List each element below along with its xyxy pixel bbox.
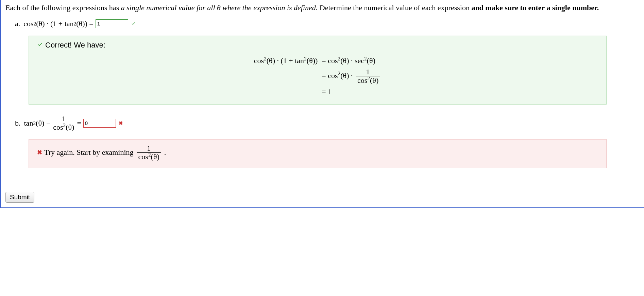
part-a-answer-input[interactable] [96, 19, 128, 28]
fraction: 1 cos2(θ) [356, 68, 380, 85]
feedback-header: Correct! We have: [36, 41, 599, 50]
cross-icon: ✖ [37, 149, 42, 156]
question-container: Each of the following expressions has a … [0, 0, 644, 208]
expr-text: cos [23, 19, 33, 28]
expr-text: cos [357, 76, 367, 85]
submit-button[interactable]: Submit [5, 192, 34, 203]
derivation: cos2(θ) · (1 + tan2(θ)) = cos2(θ) · sec2… [252, 55, 383, 97]
deriv-rhs: = cos2(θ) · 1 cos2(θ) [320, 67, 383, 86]
fraction: 1 cos2(θ) [52, 115, 75, 131]
expr-text: (θ)) [307, 56, 318, 65]
deriv-rhs: = 1 [320, 86, 383, 97]
part-a-feedback: Correct! We have: cos2(θ) · (1 + tan2(θ)… [29, 36, 607, 105]
expr-text: (θ) [370, 76, 378, 85]
feedback-trailer: . [164, 148, 166, 157]
expr-text: = [77, 119, 81, 128]
denominator: cos2(θ) [52, 123, 75, 131]
deriv-lhs: cos2(θ) · (1 + tan2(θ)) [252, 55, 320, 67]
expr-sup: 2 [148, 151, 151, 157]
cross-icon: ✖ [119, 120, 123, 126]
deriv-rhs: = cos2(θ) · sec2(θ) [320, 55, 383, 67]
instr-italic: a single numerical value for all θ where… [121, 3, 318, 12]
numerator: 1 [365, 68, 371, 76]
part-a: a. cos2(θ) · (1 + tan2(θ)) = Correct! We… [15, 19, 639, 105]
part-b: b. tan2(θ) − 1 cos2(θ) = ✖ ✖ [15, 115, 639, 168]
fraction: 1 cos2(θ) [137, 144, 161, 161]
numerator: 1 [61, 115, 67, 123]
expr-sup: 2 [364, 55, 367, 61]
expr-text: (θ) · [340, 71, 355, 80]
expr-sup: 2 [304, 55, 307, 61]
part-b-feedback: ✖ Try again. Start by examining 1 cos2(θ… [29, 139, 607, 168]
check-icon [131, 21, 136, 27]
part-b-expression: tan2(θ) − 1 cos2(θ) = [24, 115, 81, 131]
expr-sup: 2 [367, 75, 370, 81]
denominator: cos2(θ) [356, 76, 380, 85]
instructions-text: Each of the following expressions has a … [5, 3, 639, 13]
expr-text: cos [53, 123, 63, 131]
part-a-label: a. [15, 19, 20, 28]
expr-text: (θ) · sec [340, 56, 364, 65]
feedback-header-text: Try again. Start by examining [44, 148, 134, 157]
check-icon [37, 41, 43, 49]
part-b-answer-input[interactable] [83, 119, 116, 128]
expr-text: (θ) · (1 + tan [267, 56, 304, 65]
expr-text: (θ)) = [76, 19, 93, 28]
expr-text: (θ) [66, 123, 74, 131]
expr-text: tan [24, 119, 33, 128]
expr-text: (θ) [367, 56, 375, 65]
instr-prefix: Each of the following expressions has [5, 3, 121, 12]
expr-text: (θ) · (1 + tan [36, 19, 73, 28]
numerator: 1 [146, 144, 152, 152]
denominator: cos2(θ) [137, 152, 161, 161]
expr-text: (θ) − [36, 119, 50, 128]
expr-text: (θ) [151, 152, 159, 161]
expr-text: = cos [322, 56, 338, 65]
expr-text: cos [138, 152, 148, 161]
expr-sup: 2 [264, 55, 267, 61]
feedback-body: ✖ Try again. Start by examining 1 cos2(θ… [36, 144, 599, 161]
part-a-expression: cos2(θ) · (1 + tan2(θ)) = [23, 19, 93, 28]
instr-mid: Determine the numerical value of each ex… [318, 3, 471, 12]
feedback-header-text: Correct! We have: [45, 41, 105, 50]
expr-text: cos [254, 56, 264, 65]
expr-text: = cos [322, 71, 338, 80]
instr-bold: and make sure to enter a single number. [471, 3, 599, 12]
part-b-label: b. [15, 119, 21, 128]
